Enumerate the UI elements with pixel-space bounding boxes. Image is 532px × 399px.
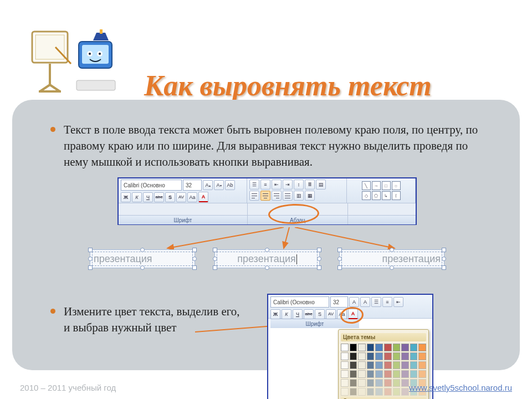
color-swatch[interactable] [367, 352, 375, 360]
char-spacing-button[interactable]: AV [176, 192, 186, 202]
numbering-button-2[interactable]: ≡ [382, 297, 392, 307]
columns-button[interactable]: ▥ [294, 191, 304, 201]
slide-title: Как выровнять текст [144, 69, 510, 102]
footer-year: 2010 – 2011 учебный год [20, 383, 116, 392]
color-swatch[interactable] [393, 352, 401, 360]
svg-line-17 [284, 227, 289, 248]
grow-font-button[interactable]: A▴ [203, 180, 213, 190]
spacing-button-2[interactable]: AV [326, 309, 336, 319]
color-swatch[interactable] [375, 361, 383, 369]
sample-align-center: презентация [214, 249, 320, 268]
color-swatch[interactable] [367, 361, 375, 369]
color-swatch[interactable] [367, 370, 375, 378]
color-swatch[interactable] [401, 344, 409, 351]
color-swatch[interactable] [341, 352, 349, 360]
color-swatch[interactable] [401, 361, 409, 369]
color-swatch[interactable] [401, 352, 409, 360]
align-left-button[interactable] [249, 191, 259, 201]
color-swatch[interactable] [341, 370, 349, 378]
bullet-color: Измените цвет текста, выделив его, и выб… [48, 304, 281, 336]
align-center-button[interactable] [260, 191, 270, 201]
content-panel: Текст в поле ввода текста может быть выр… [12, 100, 520, 370]
shadow-button[interactable]: S [165, 192, 175, 202]
italic-button-2[interactable]: К [282, 309, 291, 319]
shapes-gallery[interactable]: ╲→□○ ◇⬠↳{ [362, 181, 401, 200]
color-swatch[interactable] [358, 344, 366, 351]
color-swatch[interactable] [393, 370, 401, 378]
shadow-button-2[interactable]: S [315, 309, 325, 319]
indent-dec-button[interactable]: ⇤ [272, 180, 282, 190]
font-color-button[interactable]: A [198, 192, 208, 202]
bullets-button-2[interactable]: ☰ [371, 297, 381, 307]
color-swatch[interactable] [384, 370, 392, 378]
alignment-samples: презентация презентация презентация [90, 249, 444, 268]
grow-font-button-2[interactable]: A [349, 297, 359, 307]
color-swatch[interactable] [410, 352, 418, 360]
indent-inc-button[interactable]: ⇥ [283, 180, 293, 190]
color-swatch[interactable] [393, 361, 401, 369]
align-justify-button[interactable] [283, 191, 293, 201]
color-swatch[interactable] [410, 344, 418, 351]
align-text-button[interactable]: ▤ [316, 180, 326, 190]
color-swatch[interactable] [375, 344, 383, 351]
color-swatch[interactable] [350, 344, 357, 351]
convert-smartart-button[interactable]: ▦ [305, 191, 315, 201]
font-name-box-2[interactable]: Calibri (Основно [270, 296, 329, 308]
color-swatch[interactable] [350, 361, 357, 369]
color-swatch[interactable] [358, 352, 366, 360]
color-swatch[interactable] [418, 361, 426, 369]
color-swatch[interactable] [350, 370, 357, 378]
ribbon-screenshot-alignment: Calibri (Основно 32 A▴ A▾ Ab Ж К Ч abc S [117, 177, 417, 225]
color-swatch[interactable] [401, 370, 409, 378]
font-size-box-2[interactable]: 32 [330, 296, 348, 308]
mascot-illustration [28, 25, 122, 103]
color-swatch[interactable] [375, 352, 383, 360]
color-swatch[interactable] [384, 344, 392, 351]
color-swatch[interactable] [393, 344, 401, 351]
bullet-alignment: Текст в поле ввода текста может быть выр… [48, 122, 492, 170]
color-swatch[interactable] [358, 361, 366, 369]
strike-button-2[interactable]: abc [304, 309, 314, 319]
font-name-box[interactable]: Calibri (Основно [121, 180, 182, 191]
svg-line-16 [167, 227, 284, 248]
svg-rect-1 [35, 35, 64, 59]
strike-button[interactable]: abc [154, 192, 164, 202]
ribbon-group-para-label: Абзац [248, 215, 347, 224]
change-case-button[interactable]: Aa [187, 192, 197, 202]
color-swatch[interactable] [367, 344, 375, 351]
bullets-button[interactable]: ☰ [249, 180, 259, 190]
color-swatch[interactable] [410, 361, 418, 369]
bold-button[interactable]: Ж [121, 192, 131, 202]
clear-format-button[interactable]: Ab [225, 180, 235, 190]
color-swatch[interactable] [341, 344, 349, 351]
bold-button-2[interactable]: Ж [270, 309, 280, 319]
footer-link[interactable]: www.svetly5school.narod.ru [409, 383, 512, 392]
slide-footer: 2010 – 2011 учебный год www.svetly5schoo… [0, 383, 532, 392]
color-swatch[interactable] [341, 361, 349, 369]
color-swatch[interactable] [358, 370, 366, 378]
color-swatch[interactable] [418, 352, 426, 360]
underline-button-2[interactable]: Ч [293, 309, 303, 319]
color-swatch[interactable] [384, 361, 392, 369]
callout-arrows-alignment [117, 227, 417, 249]
ribbon-group-draw-label [348, 215, 416, 224]
italic-button[interactable]: К [132, 192, 142, 202]
font-size-box[interactable]: 32 [183, 180, 202, 191]
svg-rect-7 [82, 45, 109, 64]
ribbon-group-font-label: Шрифт [119, 215, 247, 224]
align-right-button[interactable] [272, 191, 282, 201]
shrink-font-button[interactable]: A▾ [214, 180, 224, 190]
color-swatch[interactable] [418, 370, 426, 378]
color-swatch[interactable] [384, 352, 392, 360]
line-spacing-button[interactable]: ↕ [294, 180, 304, 190]
color-swatch[interactable] [350, 352, 357, 360]
color-swatch[interactable] [410, 370, 418, 378]
color-swatch[interactable] [418, 344, 426, 351]
underline-button[interactable]: Ч [143, 192, 153, 202]
color-swatch[interactable] [375, 370, 383, 378]
sample-align-right: презентация [339, 249, 444, 268]
numbering-button[interactable]: ≡ [260, 180, 270, 190]
shrink-font-button-2[interactable]: A [360, 297, 370, 307]
indent-button-2[interactable]: ⇤ [393, 297, 403, 307]
text-direction-button[interactable]: Ⅲ [305, 180, 315, 190]
